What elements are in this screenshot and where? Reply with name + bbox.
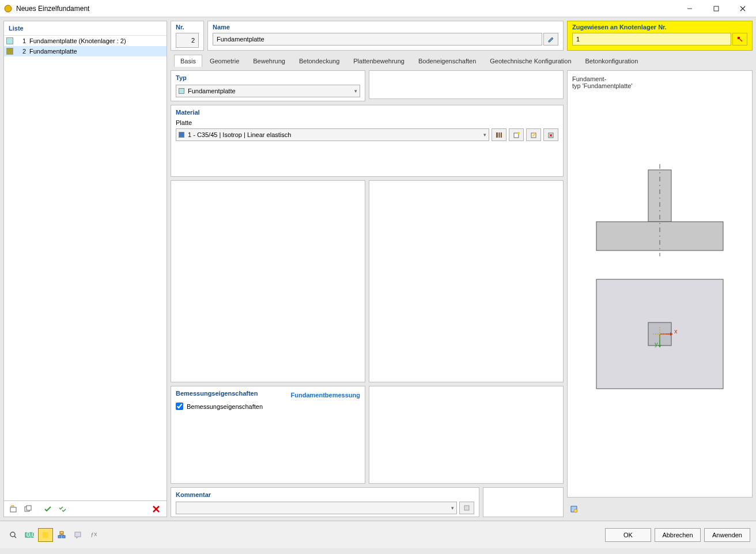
name-label: Name: [213, 24, 558, 31]
svg-rect-42: [58, 536, 61, 538]
nr-input[interactable]: [176, 33, 199, 48]
material-dropdown[interactable]: 1 - C35/45 | Isotrop | Linear elastisch …: [176, 128, 489, 141]
svg-rect-40: [43, 532, 48, 538]
tab-bewehrung[interactable]: Bewehrung: [247, 55, 292, 67]
material-header: Material: [176, 109, 558, 116]
list-panel: Liste 1 Fundamentplatte (Knotenlager : 2…: [3, 21, 167, 517]
check-all-button[interactable]: [56, 503, 70, 515]
annotation-status-button[interactable]: [70, 528, 85, 542]
copy-item-button[interactable]: [21, 503, 35, 515]
empty-panel-top: [369, 70, 564, 99]
svg-rect-5: [10, 507, 16, 512]
nr-label: Nr.: [176, 24, 199, 31]
typ-value: Fundamentplatte: [188, 88, 236, 94]
design-chk-label: Bemessungseigenschaften: [187, 403, 263, 410]
app-icon: [3, 4, 13, 13]
function-status-button[interactable]: fx: [86, 528, 101, 542]
empty-panel-bottom-right: [369, 386, 564, 484]
color-swatch-icon: [6, 48, 13, 55]
assigned-input[interactable]: [572, 33, 731, 45]
material-library-button[interactable]: [492, 128, 506, 141]
typ-header: Typ: [176, 74, 360, 81]
preview-panel: Fundament- typ 'Fundamentplatte': [567, 70, 753, 498]
list-item[interactable]: 1 Fundamentplatte (Knotenlager : 2): [4, 36, 167, 46]
color-status-button[interactable]: [38, 528, 53, 542]
design-properties-checkbox[interactable]: [176, 403, 183, 410]
cancel-button[interactable]: Abbrechen: [655, 528, 701, 542]
typ-swatch-icon: [179, 88, 184, 94]
preview-line2: typ 'Fundamentplatte': [572, 82, 747, 89]
list-item-label: Fundamentplatte: [29, 48, 77, 55]
preview-toolbar: [567, 501, 753, 517]
empty-panel-mid-right: [369, 180, 564, 382]
tab-geometrie[interactable]: Geometrie: [203, 55, 245, 67]
material-panel: Material Platte 1 - C35/45 | Isotrop | L…: [171, 105, 564, 177]
comment-edit-button[interactable]: [459, 502, 474, 514]
tabs: Basis Geometrie Bewehrung Betondeckung P…: [171, 54, 753, 67]
new-item-button[interactable]: [6, 503, 20, 515]
comment-header: Kommentar: [176, 491, 474, 498]
list-item-number: 1: [18, 37, 26, 44]
svg-text:y: y: [655, 340, 658, 347]
assigned-group: Zugewiesen an Knotenlager Nr.: [567, 21, 753, 51]
list-item-number: 2: [18, 48, 26, 55]
titlebar: Neues Einzelfundament: [0, 0, 756, 17]
tab-betondeckung[interactable]: Betondeckung: [293, 55, 346, 67]
material-value: 1 - C35/45 | Isotrop | Linear elastisch: [188, 131, 291, 138]
pick-assigned-button[interactable]: [732, 33, 747, 45]
svg-rect-12: [498, 132, 500, 138]
svg-text:x: x: [674, 328, 678, 335]
material-swatch-icon: [179, 132, 184, 138]
material-edit-button[interactable]: [526, 128, 541, 141]
check-single-button[interactable]: [41, 503, 55, 515]
design-header: Bemessungseigenschaften: [176, 390, 258, 397]
svg-point-15: [517, 132, 520, 134]
svg-rect-48: [75, 532, 81, 537]
list-body: 1 Fundamentplatte (Knotenlager : 2) 2 Fu…: [4, 36, 167, 500]
nr-group: Nr.: [171, 21, 204, 51]
preview-settings-button[interactable]: [567, 503, 581, 515]
maximize-button[interactable]: [703, 0, 729, 17]
bottombar: 0,00 fx OK Abbrechen Anwenden: [0, 521, 756, 548]
svg-point-35: [574, 509, 577, 513]
typ-panel: Typ Fundamentplatte ▾: [171, 70, 365, 101]
close-button[interactable]: [729, 0, 756, 17]
list-toolbar: [4, 500, 167, 517]
assigned-label: Zugewiesen an Knotenlager Nr.: [572, 24, 747, 31]
tree-status-button[interactable]: [54, 528, 69, 542]
svg-rect-43: [62, 536, 65, 538]
svg-point-0: [5, 5, 12, 12]
search-status-button[interactable]: [6, 528, 21, 542]
tab-basis[interactable]: Basis: [174, 55, 202, 67]
comment-dropdown[interactable]: ▾: [176, 502, 457, 514]
design-link[interactable]: Fundamentbemessung: [291, 392, 360, 399]
list-item[interactable]: 2 Fundamentplatte: [4, 46, 167, 56]
name-input[interactable]: [213, 33, 542, 45]
material-new-button[interactable]: [509, 128, 524, 141]
svg-point-36: [10, 532, 15, 537]
ok-button[interactable]: OK: [605, 528, 651, 542]
name-group: Name: [207, 21, 564, 51]
tab-betonkonfiguration[interactable]: Betonkonfiguration: [579, 55, 645, 67]
tab-plattenbewehrung[interactable]: Plattenbewehrung: [347, 55, 411, 67]
units-status-button[interactable]: 0,00: [22, 528, 37, 542]
svg-text:0,00: 0,00: [27, 531, 34, 538]
svg-rect-20: [464, 506, 469, 510]
svg-rect-2: [714, 6, 719, 11]
edit-name-button[interactable]: [543, 33, 558, 45]
empty-panel-mid-left: [171, 180, 365, 382]
tab-geotechnische-konfiguration[interactable]: Geotechnische Konfiguration: [483, 55, 577, 67]
tab-bodeneigenschaften[interactable]: Bodeneigenschaften: [412, 55, 482, 67]
window-title: Neues Einzelfundament: [16, 5, 676, 13]
svg-line-37: [14, 536, 16, 538]
minimize-button[interactable]: [676, 0, 703, 17]
typ-dropdown[interactable]: Fundamentplatte ▾: [176, 85, 360, 97]
svg-rect-41: [60, 532, 63, 534]
apply-button[interactable]: Anwenden: [704, 528, 750, 542]
status-icons: 0,00 fx: [6, 528, 101, 542]
chevron-down-icon: ▾: [354, 88, 357, 94]
comment-panel: Kommentar ▾: [171, 487, 479, 517]
empty-panel-comment-right: [483, 487, 564, 517]
delete-button[interactable]: [149, 503, 163, 515]
material-delete-button[interactable]: [543, 128, 558, 141]
